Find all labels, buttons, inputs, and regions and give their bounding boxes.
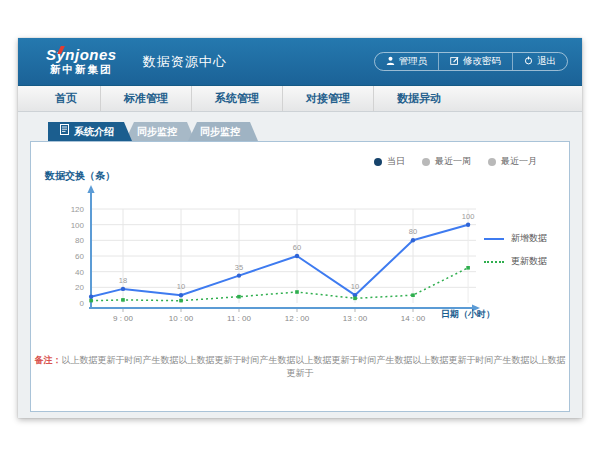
svg-text:35: 35 <box>235 263 243 272</box>
main-nav: 首页 标准管理 系统管理 对接管理 数据异动 <box>18 86 582 112</box>
svg-text:60: 60 <box>293 243 301 252</box>
footnote-prefix: 备注： <box>35 355 62 365</box>
svg-text:100: 100 <box>462 212 475 221</box>
user-menu-label: 修改密码 <box>463 55 501 68</box>
current-user-button[interactable]: 管理员 <box>375 53 439 70</box>
tab-sync-monitor-2[interactable]: 同步监控 <box>188 122 258 141</box>
nav-item-interface[interactable]: 对接管理 <box>282 86 373 111</box>
svg-text:10: 10 <box>351 282 359 291</box>
user-menu-label: 退出 <box>537 55 556 68</box>
x-axis-title: 日期（小时） <box>441 308 495 321</box>
svg-text:20: 20 <box>75 283 84 292</box>
svg-text:18: 18 <box>119 276 127 285</box>
legend-label: 新增数据 <box>511 232 547 245</box>
footnote: 备注：以上数据更新于时间产生数据以上数据更新于时间产生数据以上数据更新于时间产生… <box>31 354 569 380</box>
svg-text:0: 0 <box>80 299 85 308</box>
chart-panel: 当日 最近一周 最近一月 数据交换（条） 020406080100120 9 :… <box>30 141 570 412</box>
user-menu-label: 管理员 <box>399 55 428 68</box>
svg-text:11 : 00: 11 : 00 <box>227 314 251 323</box>
user-icon <box>386 56 395 67</box>
logo-text-en: Synjones <box>46 47 117 64</box>
content-area: 系统介绍 同步监控 同步监控 当日 最近一周 <box>18 122 582 428</box>
svg-text:14 : 00: 14 : 00 <box>401 314 426 323</box>
nav-item-system[interactable]: 系统管理 <box>191 86 282 111</box>
tab-label: 系统介绍 <box>74 122 114 141</box>
logout-button[interactable]: 退出 <box>512 53 567 70</box>
grid <box>91 209 476 303</box>
legend-sample <box>484 238 504 240</box>
user-menu: 管理员 修改密码 退出 <box>374 52 569 71</box>
svg-text:80: 80 <box>75 236 84 245</box>
tab-bar: 系统介绍 同步监控 同步监控 <box>48 122 582 141</box>
change-password-button[interactable]: 修改密码 <box>438 53 512 70</box>
tab-label: 同步监控 <box>200 126 240 137</box>
app-header: Synjones 新中新集团 数据资源中心 管理员 修改密码 退出 <box>18 38 582 86</box>
legend-label: 更新数据 <box>511 255 547 268</box>
svg-text:12 : 00: 12 : 00 <box>285 314 310 323</box>
nav-item-home[interactable]: 首页 <box>32 86 100 111</box>
nav-item-changes[interactable]: 数据异动 <box>373 86 464 111</box>
footnote-body: 以上数据更新于时间产生数据以上数据更新于时间产生数据以上数据更新于时间产生数据以… <box>62 355 566 378</box>
svg-text:13 : 00: 13 : 00 <box>343 314 368 323</box>
nav-item-standards[interactable]: 标准管理 <box>100 86 191 111</box>
legend-item-new-data[interactable]: 新增数据 <box>484 232 547 245</box>
tab-sync-monitor-1[interactable]: 同步监控 <box>125 122 195 141</box>
svg-text:100: 100 <box>71 221 85 230</box>
x-axis-labels: 9 : 0010 : 0011 : 0012 : 0013 : 0014 : 0… <box>113 309 426 323</box>
chart-legend: 新增数据 更新数据 <box>484 232 547 278</box>
svg-text:40: 40 <box>75 268 84 277</box>
power-icon <box>524 56 533 67</box>
legend-sample <box>484 261 504 263</box>
logo: Synjones 新中新集团 <box>46 47 117 75</box>
svg-text:10: 10 <box>177 282 185 291</box>
axes <box>87 185 480 312</box>
svg-text:9 : 00: 9 : 00 <box>113 314 134 323</box>
svg-text:60: 60 <box>75 252 84 261</box>
logo-text-cn: 新中新集团 <box>46 64 117 76</box>
app-window: Synjones 新中新集团 数据资源中心 管理员 修改密码 退出 <box>18 38 582 418</box>
svg-text:80: 80 <box>409 227 417 236</box>
svg-text:10 : 00: 10 : 00 <box>169 314 194 323</box>
tab-label: 同步监控 <box>137 126 177 137</box>
y-axis-labels: 020406080100120 <box>71 205 85 308</box>
page-title: 数据资源中心 <box>143 53 227 71</box>
legend-item-updated-data[interactable]: 更新数据 <box>484 255 547 268</box>
tab-system-intro[interactable]: 系统介绍 <box>48 122 132 141</box>
document-icon <box>60 122 69 141</box>
edit-icon <box>450 56 459 67</box>
svg-text:120: 120 <box>71 205 85 214</box>
